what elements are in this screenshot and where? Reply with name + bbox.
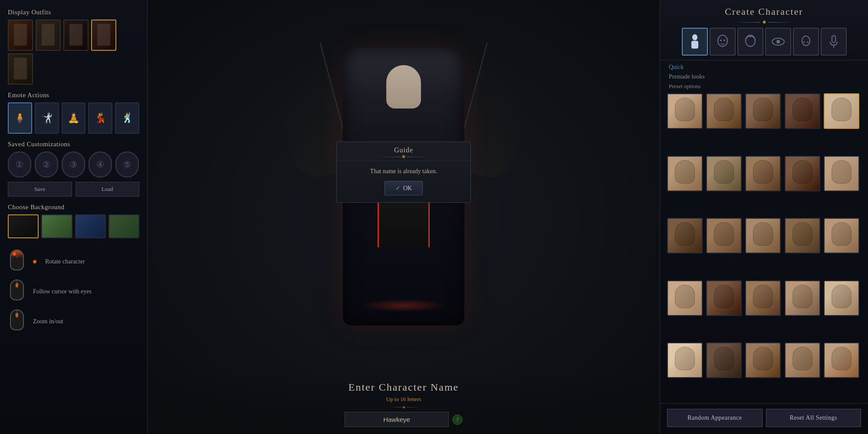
preset-face-16[interactable] — [667, 280, 703, 316]
bg-thumb-2[interactable] — [41, 214, 72, 238]
saved-slot-1[interactable]: ① — [8, 151, 31, 178]
preset-face-21[interactable] — [667, 342, 703, 378]
preset-face-24[interactable] — [785, 342, 820, 378]
emote-thumb-3[interactable]: 🧘 — [62, 102, 86, 134]
outfit-thumb-1[interactable] — [8, 20, 33, 51]
face-icon — [717, 35, 729, 49]
saved-slot-4[interactable]: ④ — [89, 151, 112, 178]
mouse-rotate-icon — [8, 250, 26, 273]
outfit-thumb-3[interactable] — [63, 20, 89, 51]
char-head — [386, 65, 421, 108]
guide-ok-button[interactable]: ✓ OK — [385, 181, 423, 195]
emote-thumb-1[interactable]: 🧍 — [8, 102, 32, 134]
premade-label: Premade looks — [660, 72, 868, 82]
preset-face-13[interactable] — [745, 218, 781, 253]
preset-face-25[interactable] — [824, 342, 859, 378]
saved-slot-5[interactable]: ⑤ — [115, 151, 139, 178]
preset-face-15[interactable] — [824, 218, 859, 253]
guide-divider-diamond — [402, 155, 405, 158]
preset-face-9[interactable] — [785, 156, 820, 191]
outfit-grid — [8, 20, 139, 85]
preset-face-1[interactable] — [667, 93, 703, 129]
preset-face-6[interactable] — [667, 156, 703, 191]
zoom-label: Zoom in/out — [33, 318, 63, 325]
name-question-button[interactable]: ? — [452, 414, 463, 425]
emote-thumb-2[interactable]: 🤺 — [35, 102, 59, 134]
ok-label: OK — [403, 185, 412, 192]
rotate-label: Rotate character — [45, 258, 85, 265]
guide-divider-line-left — [379, 157, 401, 157]
tab-eyes[interactable] — [765, 28, 791, 56]
load-button[interactable]: Load — [76, 182, 140, 197]
emote-actions-label: Emote Actions — [8, 92, 139, 99]
mouse-scroll-zoom — [16, 313, 18, 317]
preset-face-7[interactable] — [706, 156, 742, 191]
orange-dot-rotate — [33, 260, 36, 263]
emote-thumb-5[interactable]: 🕺 — [115, 102, 139, 134]
hair-icon — [744, 35, 756, 49]
tab-makeup[interactable] — [793, 28, 819, 56]
preset-face-11[interactable] — [667, 218, 703, 253]
preset-face-22[interactable] — [706, 342, 742, 378]
control-rotate: Rotate character — [8, 250, 139, 273]
preset-face-17[interactable] — [706, 280, 742, 316]
svg-point-2 — [718, 35, 727, 46]
preset-face-19[interactable] — [785, 280, 820, 316]
guide-dialog: Guide That name is already taken. ✓ OK — [336, 141, 471, 203]
name-section: Enter Character Name Up to 16 letters ? — [148, 373, 660, 434]
saved-customizations-section: Saved Customizations ① ② ③ ④ ⑤ Save Load — [8, 141, 139, 197]
outfit-thumb-2[interactable] — [36, 20, 61, 51]
outfit-thumb-5[interactable] — [8, 53, 33, 85]
preset-face-5[interactable] — [824, 93, 859, 129]
enter-name-title: Enter Character Name — [349, 381, 459, 393]
svg-point-3 — [720, 39, 722, 41]
guide-title: Guide — [337, 146, 470, 154]
bg-thumb-3[interactable] — [75, 214, 106, 238]
eyes-icon — [771, 37, 785, 46]
emote-thumb-4[interactable]: 💃 — [88, 102, 112, 134]
guide-title-bar: Guide — [337, 142, 470, 161]
preset-face-4[interactable] — [785, 93, 820, 129]
save-button[interactable]: Save — [8, 182, 72, 197]
name-subtitle: Up to 16 letters — [386, 396, 421, 403]
preset-face-8[interactable] — [745, 156, 781, 191]
tab-face[interactable] — [710, 28, 736, 56]
svg-point-7 — [776, 40, 780, 43]
random-appearance-button[interactable]: Random Appearance — [667, 409, 763, 427]
preset-face-18[interactable] — [745, 280, 781, 316]
tab-body[interactable] — [682, 28, 708, 56]
right-title-deco — [669, 21, 859, 23]
tab-hair[interactable] — [737, 28, 763, 56]
preset-face-14[interactable] — [785, 218, 820, 253]
deco-line-left — [734, 22, 760, 23]
tab-voice[interactable] — [821, 28, 847, 56]
preset-face-2[interactable] — [706, 93, 742, 129]
character-name-input[interactable] — [345, 412, 449, 427]
save-load-row: Save Load — [8, 182, 139, 197]
mouse-dot — [13, 252, 16, 256]
choose-background-section: Choose Background — [8, 204, 139, 238]
name-divider-diamond — [402, 406, 405, 409]
name-input-row: ? — [345, 412, 463, 427]
svg-point-8 — [802, 36, 810, 46]
preset-face-12[interactable] — [706, 218, 742, 253]
preset-face-23[interactable] — [745, 342, 781, 378]
preset-face-10[interactable] — [824, 156, 859, 191]
makeup-icon — [801, 35, 811, 49]
saved-slot-3[interactable]: ③ — [62, 151, 85, 178]
follow-label: Follow cursor with eyes — [33, 288, 92, 295]
preset-face-20[interactable] — [824, 280, 859, 316]
preset-face-3[interactable] — [745, 93, 781, 129]
display-outfits-section: Display Outfits — [8, 9, 139, 85]
mouse-zoom-icon — [8, 309, 26, 333]
outfit-thumb-4[interactable] — [91, 20, 116, 51]
svg-rect-1 — [691, 41, 698, 49]
saved-slot-2[interactable]: ② — [35, 151, 58, 178]
left-sidebar: Display Outfits Emote Actions 🧍 🤺 🧘 💃 🕺 … — [0, 0, 148, 434]
bg-thumb-4[interactable] — [108, 214, 139, 238]
right-panel: Create Character — [660, 0, 868, 434]
quick-label: Quick — [660, 60, 868, 72]
deco-diamond — [762, 20, 766, 24]
bg-thumb-1[interactable] — [8, 214, 39, 238]
reset-all-settings-button[interactable]: Reset All Settings — [766, 409, 861, 427]
